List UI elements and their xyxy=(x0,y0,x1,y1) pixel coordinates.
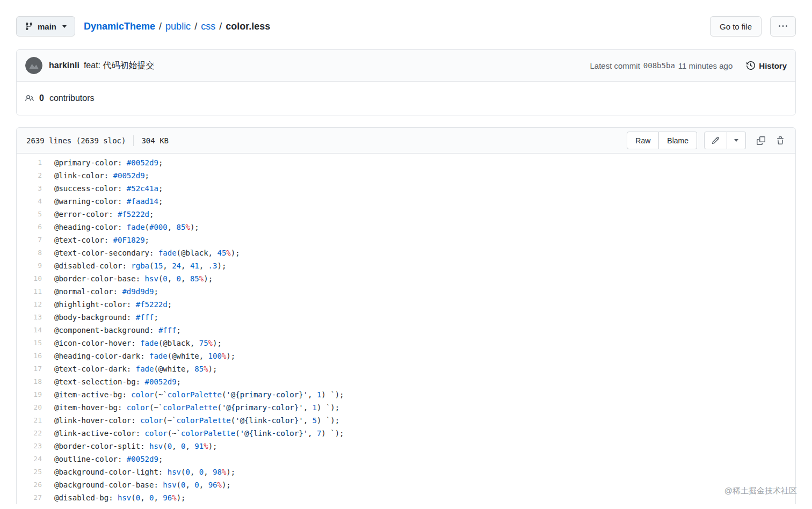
line-number[interactable]: 11 xyxy=(17,285,42,298)
history-button[interactable]: History xyxy=(746,61,787,70)
git-branch-icon xyxy=(25,22,33,31)
code-line: 19@item-active-bg: color(~`colorPalette(… xyxy=(17,388,795,401)
contributors-row[interactable]: 0 contributors xyxy=(17,82,795,115)
line-number[interactable]: 16 xyxy=(17,350,42,362)
line-number[interactable]: 6 xyxy=(17,221,42,234)
line-number[interactable]: 3 xyxy=(17,182,42,195)
delete-file-button[interactable] xyxy=(771,132,790,149)
line-number[interactable]: 9 xyxy=(17,259,42,272)
line-number[interactable]: 2 xyxy=(17,169,42,182)
code-table-body: 1@primary-color: #0052d9;2@link-color: #… xyxy=(17,156,795,504)
line-number[interactable]: 25 xyxy=(17,466,42,478)
code-line-text: @success-color: #52c41a; xyxy=(42,182,795,195)
line-number[interactable]: 22 xyxy=(17,427,42,440)
branch-name: main xyxy=(38,22,56,31)
caret-down-icon xyxy=(734,139,738,142)
line-number[interactable]: 26 xyxy=(17,478,42,491)
line-number[interactable]: 12 xyxy=(17,298,42,311)
code-line: 5@error-color: #f5222d; xyxy=(17,208,795,221)
code-line: 9@disabled-color: rgba(15, 24, 41, .3); xyxy=(17,259,795,272)
code-line: 11@normal-color: #d9d9d9; xyxy=(17,285,795,298)
code-line: 10@border-color-base: hsv(0, 0, 85%); xyxy=(17,272,795,285)
code-line-text: @text-color: #0F1829; xyxy=(42,234,795,246)
repo-file-page: main DynamicTheme / public / css / color… xyxy=(0,0,812,504)
code-line-text: @border-color-split: hsv(0, 0, 91%); xyxy=(42,440,795,453)
breadcrumb-repo-link[interactable]: DynamicTheme xyxy=(84,21,155,32)
blame-button[interactable]: Blame xyxy=(659,132,697,149)
caret-down-icon xyxy=(62,25,67,28)
more-options-button[interactable] xyxy=(770,16,796,37)
edit-file-button[interactable] xyxy=(704,132,727,149)
line-number[interactable]: 13 xyxy=(17,311,42,324)
code-line-text: @heading-color-dark: fade(@white, 100%); xyxy=(42,350,795,362)
kebab-icon xyxy=(779,22,787,31)
watermark: @稀土掘金技术社区 xyxy=(724,486,797,496)
line-number[interactable]: 7 xyxy=(17,234,42,246)
commit-author[interactable]: harkinli xyxy=(49,61,79,70)
line-number[interactable]: 14 xyxy=(17,324,42,337)
code-line: 14@component-background: #fff; xyxy=(17,324,795,337)
breadcrumb-dir-css[interactable]: css xyxy=(201,21,215,32)
line-number[interactable]: 1 xyxy=(17,156,42,169)
commit-sha[interactable]: 008b5ba xyxy=(643,61,675,70)
trash-icon xyxy=(776,136,785,145)
line-number[interactable]: 23 xyxy=(17,440,42,453)
clock-history-icon xyxy=(746,61,755,70)
edit-group xyxy=(704,132,746,149)
pencil-icon xyxy=(712,136,720,144)
line-number[interactable]: 8 xyxy=(17,246,42,259)
latest-commit-row: harkinli feat: 代码初始提交 Latest commit 008b… xyxy=(17,50,795,82)
line-number[interactable]: 15 xyxy=(17,337,42,350)
topbar-actions: Go to file xyxy=(710,16,796,37)
file-actions: Raw Blame xyxy=(627,132,790,149)
code-line-text: @disabled-bg: hsv(0, 0, 96%); xyxy=(42,491,795,504)
line-number[interactable]: 20 xyxy=(17,401,42,414)
line-number[interactable]: 10 xyxy=(17,272,42,285)
code-line: 8@text-color-secondary: fade(@black, 45%… xyxy=(17,246,795,259)
code-line: 23@border-color-split: hsv(0, 0, 91%); xyxy=(17,440,795,453)
file-meta: 2639 lines (2639 sloc) 304 KB xyxy=(26,135,169,146)
commit-message[interactable]: feat: 代码初始提交 xyxy=(84,60,155,71)
latest-commit-meta: Latest commit 008b5ba 11 minutes ago xyxy=(590,61,733,70)
raw-button[interactable]: Raw xyxy=(627,132,659,149)
line-number[interactable]: 18 xyxy=(17,375,42,388)
code-line: 6@heading-color: fade(#000, 85%); xyxy=(17,221,795,234)
copy-file-button[interactable] xyxy=(751,132,771,149)
code-line-text: @body-background: #fff; xyxy=(42,311,795,324)
line-number[interactable]: 4 xyxy=(17,195,42,208)
code-line-text: @background-color-light: hsv(0, 0, 98%); xyxy=(42,466,795,478)
contributors-count: 0 xyxy=(39,93,44,103)
file-size: 304 KB xyxy=(141,136,169,145)
avatar[interactable] xyxy=(25,57,42,74)
code-line: 7@text-color: #0F1829; xyxy=(17,234,795,246)
history-label: History xyxy=(759,61,787,70)
breadcrumb-dir-public[interactable]: public xyxy=(165,21,191,32)
line-number[interactable]: 24 xyxy=(17,453,42,466)
code-line: 16@heading-color-dark: fade(@white, 100%… xyxy=(17,350,795,362)
line-number[interactable]: 27 xyxy=(17,491,42,504)
go-to-file-button[interactable]: Go to file xyxy=(710,16,762,37)
code-line-text: @warning-color: #faad14; xyxy=(42,195,795,208)
edit-dropdown-button[interactable] xyxy=(727,132,746,149)
code-line: 22@link-active-color: color(~`colorPalet… xyxy=(17,427,795,440)
code-line-text: @normal-color: #d9d9d9; xyxy=(42,285,795,298)
line-number[interactable]: 21 xyxy=(17,414,42,427)
line-number[interactable]: 5 xyxy=(17,208,42,221)
code-line-text: @item-active-bg: color(~`colorPalette('@… xyxy=(42,388,795,401)
code-line-text: @outline-color: #0052d9; xyxy=(42,453,795,466)
code-line-text: @border-color-base: hsv(0, 0, 85%); xyxy=(42,272,795,285)
code-line: 20@item-hover-bg: color(~`colorPalette('… xyxy=(17,401,795,414)
line-number[interactable]: 17 xyxy=(17,362,42,375)
line-number[interactable]: 19 xyxy=(17,388,42,401)
code-line: 18@text-selection-bg: #0052d9; xyxy=(17,375,795,388)
branch-selector[interactable]: main xyxy=(16,16,75,37)
code-line-text: @error-color: #f5222d; xyxy=(42,208,795,221)
commit-time: 11 minutes ago xyxy=(678,61,733,70)
code-line: 12@highlight-color: #f5222d; xyxy=(17,298,795,311)
file-navigation-bar: main DynamicTheme / public / css / color… xyxy=(16,16,796,37)
file-header: 2639 lines (2639 sloc) 304 KB Raw Blame xyxy=(17,128,795,154)
code-line: 13@body-background: #fff; xyxy=(17,311,795,324)
code-line: 25@background-color-light: hsv(0, 0, 98%… xyxy=(17,466,795,478)
code-line: 4@warning-color: #faad14; xyxy=(17,195,795,208)
breadcrumb-separator: / xyxy=(159,21,162,32)
